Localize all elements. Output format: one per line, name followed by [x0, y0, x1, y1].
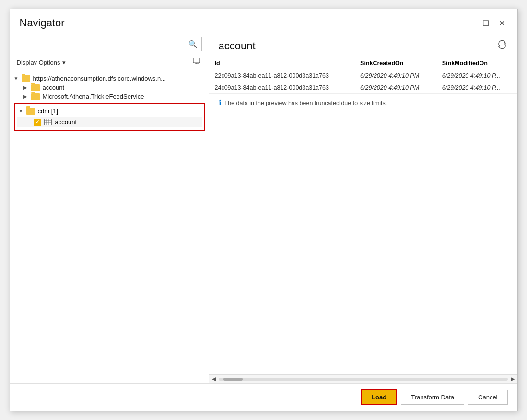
cell-modified-1: 6/29/2020 4:49:10 P... [436, 70, 517, 82]
window-controls: ☐ ✕ [480, 18, 508, 29]
right-spacer [209, 111, 517, 374]
svg-rect-0 [193, 58, 200, 63]
right-panel: account Id SinkCreatedOn [209, 33, 517, 383]
account-checkbox[interactable] [34, 119, 41, 126]
cdm-folder-icon [26, 108, 35, 115]
tree-account-item[interactable]: ▶ account [10, 83, 209, 92]
left-panel-action-button[interactable] [191, 56, 202, 69]
main-content: 🔍 Display Options ▾ [10, 33, 517, 383]
cdm-account-label: account [55, 118, 77, 126]
right-header-icon-button[interactable] [496, 39, 508, 53]
dialog-title: Navigator [20, 17, 65, 29]
table-row[interactable]: 22c09a13-84ab-ea11-a812-000d3a31a763 6/2… [209, 70, 517, 82]
close-button[interactable]: ✕ [496, 18, 508, 29]
display-options-button[interactable]: Display Options ▾ [17, 59, 66, 66]
cdm-expand-arrow: ▼ [19, 108, 26, 114]
root-folder-icon [22, 75, 30, 82]
info-text: The data in the preview has been truncat… [224, 100, 387, 106]
tree-athena-item[interactable]: ▶ Microsoft.Athena.TrickleFeedService [10, 92, 209, 101]
search-bar: 🔍 [17, 37, 202, 51]
athena-folder-icon [31, 93, 40, 100]
cell-modified-2: 6/29/2020 4:49:10 P... [436, 82, 517, 94]
tree-root-item[interactable]: ▼ https://athenaconsumption.dfs.core.win… [10, 74, 209, 83]
col-sink-modified: SinkModifiedOn [436, 57, 517, 70]
cancel-button[interactable]: Cancel [468, 390, 507, 405]
tree-area: ▼ https://athenaconsumption.dfs.core.win… [10, 72, 209, 383]
data-table: Id SinkCreatedOn SinkModifiedOn 22c09a13… [209, 57, 517, 94]
info-icon: ℹ [219, 98, 222, 107]
cell-id-1: 22c09a13-84ab-ea11-a812-000d3a31a763 [209, 70, 354, 82]
navigator-dialog: Navigator ☐ ✕ 🔍 Display Options ▾ [10, 9, 518, 411]
scroll-track[interactable] [219, 378, 508, 381]
cdm-header[interactable]: ▼ cdm [1] [15, 106, 204, 116]
cdm-group: ▼ cdm [1] [14, 103, 205, 131]
left-panel: 🔍 Display Options ▾ [10, 33, 209, 383]
load-button[interactable]: Load [361, 389, 397, 405]
title-bar: Navigator ☐ ✕ [10, 9, 517, 33]
right-header: account [209, 33, 517, 57]
account-folder-icon [31, 84, 40, 91]
cell-created-1: 6/29/2020 4:49:10 PM [354, 70, 436, 82]
table-header-row: Id SinkCreatedOn SinkModifiedOn [209, 57, 517, 70]
cell-id-2: 24c09a13-84ab-ea11-a812-000d3a31a763 [209, 82, 354, 94]
col-sink-created: SinkCreatedOn [354, 57, 436, 70]
scroll-left-arrow[interactable]: ◀ [211, 376, 217, 382]
account-label: account [43, 84, 65, 91]
footer: Load Transform Data Cancel [10, 383, 517, 411]
display-options-bar: Display Options ▾ [10, 55, 209, 72]
root-collapse-arrow: ▼ [14, 76, 22, 81]
search-icon: 🔍 [185, 37, 201, 51]
root-label: https://athenaconsumption.dfs.core.windo… [33, 75, 166, 82]
cdm-account-item[interactable]: account [17, 117, 202, 127]
table-row[interactable]: 24c09a13-84ab-ea11-a812-000d3a31a763 6/2… [209, 82, 517, 94]
right-title: account [219, 40, 256, 52]
col-id: Id [209, 57, 354, 70]
svg-rect-3 [44, 119, 51, 125]
minimize-button[interactable]: ☐ [480, 18, 492, 29]
scroll-right-arrow[interactable]: ▶ [510, 376, 515, 382]
account-table-icon [44, 119, 52, 126]
account-expand-arrow: ▶ [23, 85, 31, 90]
cell-created-2: 6/29/2020 4:49:10 PM [354, 82, 436, 94]
display-options-arrow: ▾ [62, 59, 66, 66]
transform-data-button[interactable]: Transform Data [401, 390, 464, 405]
display-options-label-text: Display Options [17, 59, 60, 66]
search-input[interactable] [17, 38, 185, 50]
cdm-label: cdm [1] [38, 107, 59, 115]
scroll-thumb[interactable] [223, 378, 243, 381]
info-bar: ℹ The data in the preview has been trunc… [209, 94, 517, 111]
athena-label: Microsoft.Athena.TrickleFeedService [43, 93, 144, 100]
athena-expand-arrow: ▶ [23, 94, 31, 99]
data-table-wrapper: Id SinkCreatedOn SinkModifiedOn 22c09a13… [209, 57, 517, 94]
horizontal-scrollbar[interactable]: ◀ ▶ [209, 374, 517, 383]
